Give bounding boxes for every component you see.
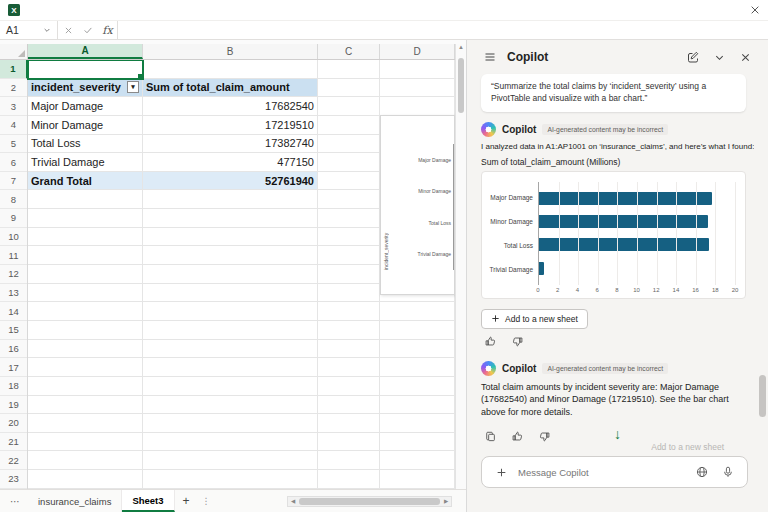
cell-B5[interactable]: 17382740 xyxy=(143,135,318,154)
sheet-tab-sheet3[interactable]: Sheet3 xyxy=(122,490,174,512)
cell-B1[interactable] xyxy=(143,60,318,79)
pivot-filter-dropdown-icon[interactable]: ▾ xyxy=(127,81,139,93)
web-globe-icon[interactable] xyxy=(693,463,711,481)
row-header-2[interactable]: 2 xyxy=(0,79,27,98)
cell-C4[interactable] xyxy=(318,116,380,135)
cell-C18[interactable] xyxy=(318,377,380,396)
scroll-to-bottom-button[interactable]: ↓ xyxy=(614,426,621,442)
thumbs-up-icon[interactable] xyxy=(481,333,499,351)
cell-A23[interactable] xyxy=(28,470,143,489)
cell-B20[interactable] xyxy=(143,414,318,433)
cell-B14[interactable] xyxy=(143,302,318,321)
row-header-12[interactable]: 12 xyxy=(0,265,27,284)
chart-bar-1[interactable] xyxy=(539,192,712,205)
copilot-scrollbar-thumb[interactable] xyxy=(759,375,766,417)
add-to-new-sheet-button[interactable]: Add to a new sheet xyxy=(481,309,588,329)
cell-C16[interactable] xyxy=(318,340,380,359)
add-attachment-icon[interactable] xyxy=(492,463,510,481)
column-header-c[interactable]: C xyxy=(318,44,380,59)
cell-B16[interactable] xyxy=(143,340,318,359)
cell-A14[interactable] xyxy=(28,302,143,321)
row-header-19[interactable]: 19 xyxy=(0,396,27,415)
cell-C10[interactable] xyxy=(318,228,380,247)
row-header-7[interactable]: 7 xyxy=(0,172,27,191)
row-header-18[interactable]: 18 xyxy=(0,377,27,396)
sheet-vscroll-thumb[interactable] xyxy=(458,58,464,113)
cell-D23[interactable] xyxy=(380,470,455,489)
cell-D2[interactable] xyxy=(380,79,455,98)
cell-A6[interactable]: Trivial Damage xyxy=(28,153,143,172)
embedded-chart[interactable]: incident_severity Major DamageMinor Dama… xyxy=(380,115,455,295)
cell-B21[interactable] xyxy=(143,433,318,452)
cell-C22[interactable] xyxy=(318,451,380,470)
insert-function-button[interactable]: fx xyxy=(98,21,118,39)
cell-B8[interactable] xyxy=(143,190,318,209)
cell-A1[interactable] xyxy=(28,60,143,79)
cell-B18[interactable] xyxy=(143,377,318,396)
row-header-11[interactable]: 11 xyxy=(0,246,27,265)
cell-C13[interactable] xyxy=(318,284,380,303)
cell-D20[interactable] xyxy=(380,414,455,433)
row-header-22[interactable]: 22 xyxy=(0,451,27,470)
cell-A9[interactable] xyxy=(28,209,143,228)
cell-D21[interactable] xyxy=(380,433,455,452)
cell-B7[interactable]: 52761940 xyxy=(143,172,318,191)
thumbs-down-icon[interactable] xyxy=(508,333,526,351)
row-header-4[interactable]: 4 xyxy=(0,116,27,135)
cell-B15[interactable] xyxy=(143,321,318,340)
cell-A8[interactable] xyxy=(28,190,143,209)
new-chat-icon[interactable] xyxy=(684,48,702,66)
column-header-a[interactable]: A xyxy=(28,44,143,59)
cell-A11[interactable] xyxy=(28,246,143,265)
hamburger-menu-icon[interactable] xyxy=(481,48,499,66)
cell-A7[interactable]: Grand Total xyxy=(28,172,143,191)
cell-B12[interactable] xyxy=(143,265,318,284)
scroll-left-arrow-icon[interactable]: ◀ xyxy=(288,498,298,504)
sheet-tab-insurance-claims[interactable]: insurance_claims xyxy=(28,490,122,512)
cell-A12[interactable] xyxy=(28,265,143,284)
cell-C14[interactable] xyxy=(318,302,380,321)
cell-B9[interactable] xyxy=(143,209,318,228)
cell-C12[interactable] xyxy=(318,265,380,284)
add-sheet-button[interactable]: + xyxy=(175,494,198,508)
row-header-13[interactable]: 13 xyxy=(0,284,27,303)
cell-B22[interactable] xyxy=(143,451,318,470)
message-copilot-input[interactable] xyxy=(518,467,685,478)
chart-bar-2[interactable] xyxy=(539,215,708,228)
cell-B3[interactable]: 17682540 xyxy=(143,97,318,116)
cell-A17[interactable] xyxy=(28,358,143,377)
cell-C6[interactable] xyxy=(318,153,380,172)
cell-C21[interactable] xyxy=(318,433,380,452)
cell-C17[interactable] xyxy=(318,358,380,377)
row-header-6[interactable]: 6 xyxy=(0,153,27,172)
cell-B11[interactable] xyxy=(143,246,318,265)
sheet-vertical-scrollbar[interactable]: ▲ xyxy=(455,44,466,489)
copilot-input-box[interactable] xyxy=(481,456,748,488)
cell-D22[interactable] xyxy=(380,451,455,470)
copy-icon[interactable] xyxy=(481,428,499,446)
cell-B6[interactable]: 477150 xyxy=(143,153,318,172)
cell-A20[interactable] xyxy=(28,414,143,433)
cell-A19[interactable] xyxy=(28,396,143,415)
thumbs-up-icon[interactable] xyxy=(508,428,526,446)
cell-A4[interactable]: Minor Damage xyxy=(28,116,143,135)
cancel-entry-icon[interactable] xyxy=(58,21,78,39)
cell-D18[interactable] xyxy=(380,377,455,396)
scroll-up-arrow-icon[interactable]: ▲ xyxy=(458,44,464,50)
row-header-20[interactable]: 20 xyxy=(0,414,27,433)
cell-B2[interactable]: Sum of total_claim_amount xyxy=(143,79,318,98)
row-header-5[interactable]: 5 xyxy=(0,135,27,154)
row-header-17[interactable]: 17 xyxy=(0,358,27,377)
scroll-right-arrow-icon[interactable]: ▶ xyxy=(441,498,451,504)
row-header-3[interactable]: 3 xyxy=(0,97,27,116)
cell-D3[interactable] xyxy=(380,97,455,116)
cell-D14[interactable] xyxy=(380,302,455,321)
window-close-icon[interactable] xyxy=(750,5,760,15)
cell-B23[interactable] xyxy=(143,470,318,489)
cell-C8[interactable] xyxy=(318,190,380,209)
row-header-9[interactable]: 9 xyxy=(0,209,27,228)
cell-B19[interactable] xyxy=(143,396,318,415)
copilot-bar-chart[interactable]: Major DamageMinor DamageTotal LossTrivia… xyxy=(481,171,746,299)
cell-C11[interactable] xyxy=(318,246,380,265)
close-panel-icon[interactable] xyxy=(736,48,754,66)
